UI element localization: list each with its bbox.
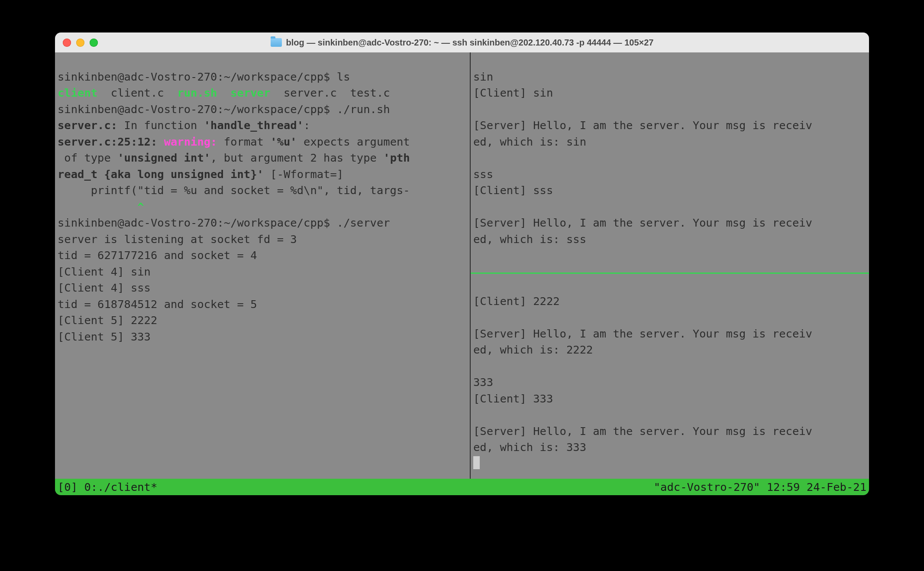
status-right: "adc-Vostro-270" 12:59 24-Feb-21 (654, 480, 866, 493)
ls-item: server (217, 86, 270, 99)
term-text: server.c:25:12: (58, 135, 164, 148)
term-text: read_t {aka long unsigned int}' (58, 168, 264, 181)
term-line: server is listening at socket fd = 3 (58, 233, 297, 246)
warning-label: warning: (164, 135, 217, 148)
term-text: server.c: (58, 119, 117, 132)
window-title: blog — sinkinben@adc-Vostro-270: ~ — ssh… (286, 38, 654, 48)
term-line: tid = 627177216 and socket = 4 (58, 249, 257, 262)
term-text: of type (58, 151, 117, 164)
term-text: '%u' (270, 135, 297, 148)
cursor-icon (473, 456, 480, 469)
close-icon[interactable] (63, 39, 71, 47)
term-line: tid = 618784512 and socket = 5 (58, 298, 257, 311)
folder-icon (271, 38, 282, 47)
term-line: [Server] Hello, I am the server. Your ms… (473, 119, 812, 132)
ls-item: server.c test.c (270, 86, 390, 99)
term-text: 'handle_thread' (204, 119, 304, 132)
term-line: ed, which is: 333 (473, 441, 586, 454)
terminal-window: blog — sinkinben@adc-Vostro-270: ~ — ssh… (55, 32, 869, 495)
term-line: sin (473, 70, 493, 83)
term-text: 'unsigned int' (117, 151, 210, 164)
ls-item: run.sh (177, 86, 217, 99)
status-left: [0] 0:./client* (58, 480, 157, 493)
term-line: [Client] 333 (473, 392, 553, 405)
term-line: ed, which is: 2222 (473, 343, 593, 356)
term-line: sinkinben@adc-Vostro-270:~/workspace/cpp… (58, 103, 390, 116)
terminal-body[interactable]: sinkinben@adc-Vostro-270:~/workspace/cpp… (55, 52, 869, 479)
term-line: [Client 5] 2222 (58, 314, 157, 327)
term-line: [Server] Hello, I am the server. Your ms… (473, 327, 812, 340)
titlebar[interactable]: blog — sinkinben@adc-Vostro-270: ~ — ssh… (55, 32, 869, 52)
term-line: [Client 4] sin (58, 265, 151, 278)
term-text: : (304, 119, 310, 132)
traffic-lights (63, 39, 98, 47)
tmux-pane-right-bottom[interactable]: [Client] 2222 [Server] Hello, I am the s… (473, 277, 866, 472)
term-line: sinkinben@adc-Vostro-270:~/workspace/cpp… (58, 70, 350, 83)
term-text: format (217, 135, 270, 148)
term-line: ed, which is: sss (473, 233, 586, 246)
term-text: 'pth (383, 151, 410, 164)
tmux-pane-right[interactable]: sin [Client] sin [Server] Hello, I am th… (471, 52, 869, 479)
term-line: sinkinben@adc-Vostro-270:~/workspace/cpp… (58, 216, 390, 229)
term-line: [Client] 2222 (473, 295, 560, 308)
tmux-statusbar[interactable]: [0] 0:./client* "adc-Vostro-270" 12:59 2… (55, 479, 869, 495)
ls-item: client (58, 86, 97, 99)
term-line: [Server] Hello, I am the server. Your ms… (473, 425, 812, 438)
term-text: , but argument 2 has type (210, 151, 383, 164)
term-line: ed, which is: sin (473, 135, 586, 148)
term-line: sss (473, 168, 493, 181)
term-text: expects argument (297, 135, 410, 148)
ls-item: client.c (97, 86, 177, 99)
caret-indicator: ^ (58, 200, 144, 213)
term-line: 333 (473, 376, 493, 389)
zoom-icon[interactable] (90, 39, 98, 47)
term-text: [-Wformat=] (264, 168, 343, 181)
minimize-icon[interactable] (76, 39, 84, 47)
tmux-pane-left[interactable]: sinkinben@adc-Vostro-270:~/workspace/cpp… (55, 52, 471, 479)
term-line: [Client 4] sss (58, 281, 151, 294)
term-line: printf("tid = %u and socket = %d\n", tid… (58, 184, 410, 197)
term-line: [Client] sin (473, 86, 553, 99)
term-text: In function (117, 119, 204, 132)
term-line: [Client] sss (473, 184, 553, 197)
tmux-split-line[interactable] (471, 273, 869, 274)
term-line: [Client 5] 333 (58, 330, 151, 343)
title-wrap: blog — sinkinben@adc-Vostro-270: ~ — ssh… (55, 38, 869, 48)
term-line: [Server] Hello, I am the server. Your ms… (473, 216, 812, 229)
